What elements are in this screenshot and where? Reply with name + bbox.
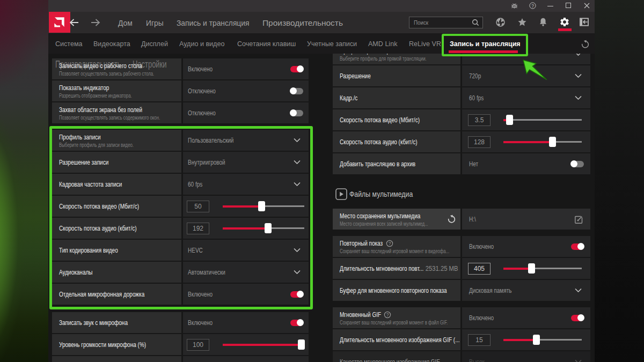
svg-text:?: ? [531,3,534,9]
svg-text:?: ? [389,241,391,246]
svg-text:?: ? [386,312,389,317]
